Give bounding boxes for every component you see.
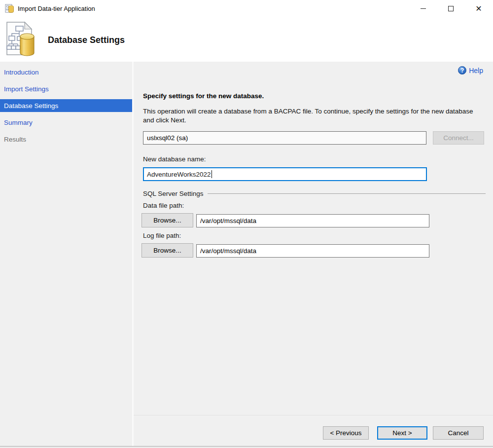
- data-file-path-label: Data file path:: [143, 202, 184, 209]
- wizard-header: Database Settings: [0, 17, 493, 62]
- database-document-icon: [5, 21, 36, 57]
- minimize-button[interactable]: [412, 0, 434, 17]
- step-summary[interactable]: Summary: [0, 114, 132, 131]
- maximize-button[interactable]: [439, 0, 462, 17]
- import-data-tier-application-window: Import Data-tier Application ✕: [0, 0, 493, 448]
- log-file-path-input[interactable]: /var/opt/mssql/data: [196, 244, 429, 258]
- database-settings-panel: ? Help Specify settings for the new data…: [134, 62, 493, 446]
- window-bottom-edge: [0, 446, 493, 448]
- next-button[interactable]: Next >: [377, 426, 427, 440]
- panel-heading: Specify settings for the new database.: [143, 92, 264, 100]
- group-separator-line: [208, 193, 486, 194]
- footer-separator: [134, 415, 493, 415]
- window-title: Import Data-tier Application: [18, 0, 95, 17]
- step-introduction[interactable]: Introduction: [0, 64, 132, 80]
- database-name-value: AdventureWorks2022: [147, 171, 211, 178]
- maximize-icon: [448, 6, 454, 11]
- sql-server-settings-label: SQL Server Settings: [143, 190, 204, 197]
- database-name-label: New database name:: [143, 155, 206, 163]
- data-file-path-input[interactable]: /var/opt/mssql/data: [196, 214, 429, 227]
- step-results: Results: [0, 131, 132, 148]
- sql-server-settings-group: SQL Server Settings: [143, 190, 486, 197]
- app-icon: [5, 4, 14, 13]
- cancel-button[interactable]: Cancel: [433, 426, 484, 440]
- minimize-icon: [421, 8, 426, 9]
- data-file-browse-button[interactable]: Browse...: [141, 213, 193, 227]
- server-connection-field[interactable]: uslxsql02 (sa): [143, 131, 426, 145]
- panel-description: This operation will create a database fr…: [143, 107, 474, 125]
- help-icon: ?: [458, 66, 466, 75]
- close-icon: ✕: [475, 5, 482, 13]
- log-file-path-label: Log file path:: [143, 232, 181, 239]
- help-label: Help: [469, 67, 483, 75]
- step-import-settings[interactable]: Import Settings: [0, 80, 132, 97]
- previous-button[interactable]: < Previous: [323, 426, 369, 440]
- close-button[interactable]: ✕: [467, 0, 490, 17]
- database-name-input[interactable]: AdventureWorks2022: [143, 167, 427, 181]
- connect-button[interactable]: Connect...: [433, 131, 484, 145]
- titlebar: Import Data-tier Application ✕: [0, 0, 493, 17]
- wizard-steps-sidebar: Introduction Import Settings Database Se…: [0, 62, 132, 446]
- page-title: Database Settings: [48, 35, 125, 45]
- step-database-settings[interactable]: Database Settings: [0, 99, 132, 112]
- text-caret: [211, 170, 212, 178]
- help-link[interactable]: ? Help: [458, 66, 483, 75]
- log-file-browse-button[interactable]: Browse...: [141, 243, 193, 258]
